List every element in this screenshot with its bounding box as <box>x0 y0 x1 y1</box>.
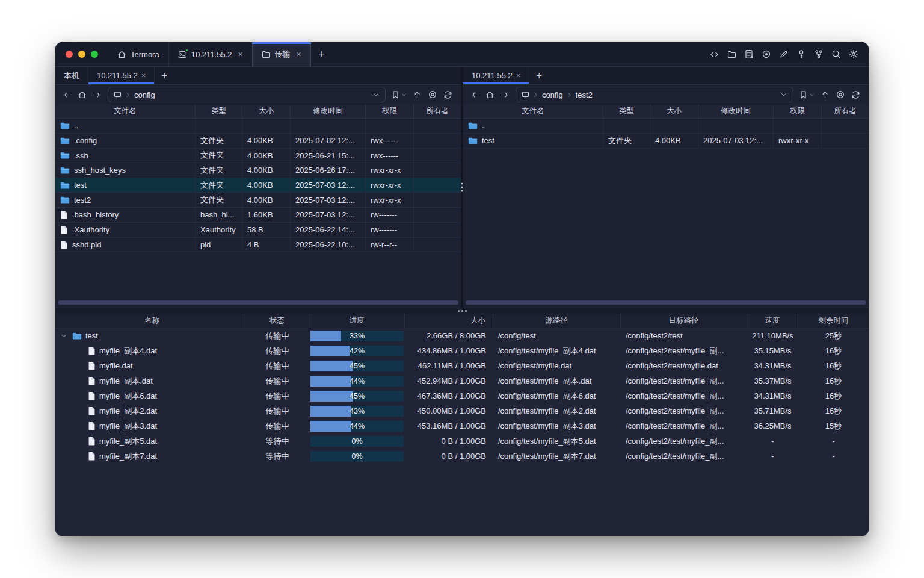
file-row[interactable]: .config文件夹4.00KB2025-07-02 12:...rwx----… <box>55 134 461 149</box>
file-row[interactable]: .. <box>55 119 461 134</box>
transfer-row[interactable]: myfile_副本3.dat传输中44%453.16MB / 1.00GB/co… <box>55 418 869 434</box>
close-tab-icon[interactable]: × <box>238 50 242 58</box>
left-panel-tab-本机[interactable]: 本机 <box>55 67 88 84</box>
up-icon[interactable] <box>413 90 422 99</box>
back-icon[interactable] <box>60 87 75 102</box>
file-owner <box>414 163 461 178</box>
breadcrumb-segment[interactable]: config <box>542 90 563 99</box>
column-header[interactable]: 文件名 <box>463 104 603 118</box>
column-header[interactable]: 类型 <box>603 104 650 118</box>
file-row[interactable]: .. <box>463 119 869 134</box>
column-header[interactable]: 修改时间 <box>291 104 366 118</box>
folder-icon[interactable] <box>727 50 736 59</box>
file-row[interactable]: .bash_historybash_hi...1.60KB2025-07-03 … <box>55 208 461 223</box>
file-mtime: 2025-07-03 12:... <box>291 208 366 222</box>
main-tab-app[interactable]: Termora <box>108 42 168 66</box>
column-header[interactable]: 名称 <box>55 314 245 328</box>
left-horizontal-scrollbar[interactable] <box>58 300 458 305</box>
transfer-row[interactable]: myfile_副本5.dat等待中0%0 B / 1.00GB/config/t… <box>55 434 869 449</box>
log-icon[interactable] <box>744 49 754 59</box>
refresh-icon[interactable] <box>851 90 860 99</box>
close-tab-icon[interactable]: × <box>516 72 521 79</box>
column-header[interactable]: 大小 <box>242 104 291 118</box>
file-row[interactable]: ssh_host_keys文件夹4.00KB2025-06-26 17:...r… <box>55 163 461 178</box>
chevron-down-icon[interactable] <box>372 91 380 98</box>
column-header[interactable]: 修改时间 <box>698 104 774 118</box>
right-panel-tab-10.211.55.2[interactable]: 10.211.55.2× <box>463 67 529 84</box>
up-icon[interactable] <box>821 90 830 99</box>
folder-solid-icon <box>60 181 70 190</box>
settings-icon[interactable] <box>849 49 858 59</box>
new-tab-button[interactable]: + <box>311 42 333 66</box>
file-row[interactable]: .XauthorityXauthority58 B2025-06-22 14:.… <box>55 223 461 238</box>
left-panel-tab-10.211.55.2[interactable]: 10.211.55.2× <box>88 67 155 84</box>
right-horizontal-scrollbar[interactable] <box>466 300 866 305</box>
column-header[interactable]: 权限 <box>366 104 414 118</box>
home-icon[interactable] <box>482 87 497 102</box>
vertical-splitter[interactable] <box>461 67 463 308</box>
forward-icon[interactable] <box>89 87 103 102</box>
column-header[interactable]: 大小 <box>650 104 698 118</box>
refresh-icon[interactable] <box>443 90 452 99</box>
transfer-row[interactable]: myfile_副本.dat传输中44%452.94MB / 1.00GB/con… <box>55 373 869 388</box>
column-header[interactable]: 状态 <box>245 314 309 328</box>
file-row[interactable]: test文件夹4.00KB2025-07-03 12:...rwxr-xr-x <box>463 134 869 149</box>
column-header[interactable]: 大小 <box>405 314 493 328</box>
close-window-button[interactable] <box>66 51 73 58</box>
file-type <box>603 119 650 133</box>
forward-icon[interactable] <box>497 87 511 102</box>
file-row[interactable]: test2文件夹4.00KB2025-07-03 12:...rwxr-xr-x <box>55 193 461 208</box>
file-row[interactable]: .ssh文件夹4.00KB2025-06-21 15:...rwx------ <box>55 148 461 163</box>
back-icon[interactable] <box>468 87 482 102</box>
column-header[interactable]: 剩余时间 <box>798 314 869 328</box>
left-breadcrumb[interactable]: config <box>108 87 386 102</box>
breadcrumb-segment[interactable]: test2 <box>576 90 593 99</box>
transfer-row[interactable]: myfile_副本2.dat传输中43%450.00MB / 1.00GB/co… <box>55 403 869 418</box>
column-header[interactable]: 类型 <box>196 104 242 118</box>
new-session-tab-button[interactable]: + <box>155 67 174 84</box>
column-header[interactable]: 权限 <box>774 104 822 118</box>
transfer-row[interactable]: myfile_副本7.dat等待中0%0 B / 1.00GB/config/t… <box>55 449 869 464</box>
transfer-row[interactable]: myfile_副本6.dat传输中45%467.36MB / 1.00GB/co… <box>55 388 869 403</box>
transfer-row[interactable]: myfile.dat传输中45%462.11MB / 1.00GB/config… <box>55 358 869 373</box>
column-header[interactable]: 文件名 <box>55 104 196 118</box>
column-header[interactable]: 源路径 <box>493 314 621 328</box>
home-icon[interactable] <box>75 87 89 102</box>
transfer-target-path: /config/test2/test <box>621 328 747 343</box>
column-header[interactable]: 速度 <box>747 314 798 328</box>
desktop-background: Termora10.211.55.2×传输×+ 本机10.211.55.2×+c… <box>0 0 924 578</box>
breadcrumb-segment[interactable]: config <box>134 90 155 99</box>
right-breadcrumb[interactable]: configtest2 <box>516 87 793 102</box>
main-tab-10.211.55.2[interactable]: 10.211.55.2× <box>168 42 252 66</box>
main-tab-传输[interactable]: 传输× <box>252 42 311 66</box>
transfer-eta: - <box>798 449 869 464</box>
pencil-icon[interactable] <box>779 49 789 59</box>
column-header[interactable]: 所有者 <box>414 104 461 118</box>
bookmark-button[interactable] <box>799 90 815 99</box>
close-tab-icon[interactable]: × <box>141 72 146 79</box>
horizontal-splitter[interactable] <box>55 308 869 314</box>
transfer-row[interactable]: test传输中33%2.66GB / 8.00GB/config/test/co… <box>55 328 869 343</box>
file-owner <box>414 119 461 133</box>
column-header[interactable]: 进度 <box>309 314 405 328</box>
expand-chevron-icon[interactable] <box>59 332 69 340</box>
close-tab-icon[interactable]: × <box>297 50 301 58</box>
search-icon[interactable] <box>831 49 841 59</box>
file-row[interactable]: sshd.pidpid4 B2025-06-22 10:...rw-r--r-- <box>55 238 461 253</box>
chevron-down-icon[interactable] <box>780 91 787 98</box>
show-hidden-icon[interactable] <box>428 90 437 99</box>
fork-icon[interactable] <box>814 49 824 59</box>
zoom-window-button[interactable] <box>91 51 98 58</box>
new-session-tab-button[interactable]: + <box>529 67 549 84</box>
bookmark-button[interactable] <box>391 90 407 99</box>
key-icon[interactable] <box>796 49 806 59</box>
code-icon[interactable] <box>709 50 719 59</box>
file-row[interactable]: test文件夹4.00KB2025-07-03 12:...rwxr-xr-x <box>55 178 461 193</box>
show-hidden-icon[interactable] <box>836 90 845 99</box>
minimize-window-button[interactable] <box>78 51 85 58</box>
file-permissions: rwx------ <box>366 148 414 163</box>
transfer-row[interactable]: myfile_副本4.dat传输中42%434.86MB / 1.00GB/co… <box>55 343 869 358</box>
column-header[interactable]: 所有者 <box>822 104 869 118</box>
record-icon[interactable] <box>762 49 771 59</box>
column-header[interactable]: 目标路径 <box>621 314 747 328</box>
